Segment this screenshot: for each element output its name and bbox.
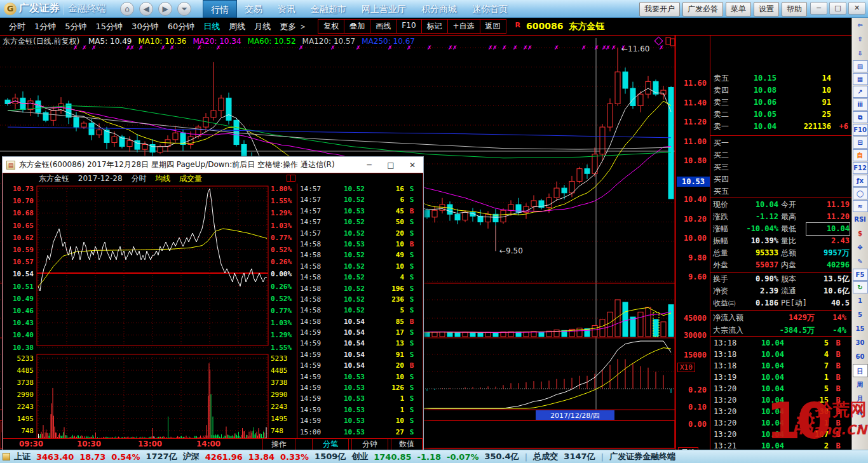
menu-item-迷你首页[interactable]: 迷你首页	[465, 0, 515, 18]
back-icon[interactable]: ◀	[139, 2, 153, 16]
menu-item-交易[interactable]: 交易	[237, 0, 270, 18]
trend-line-icon[interactable]: ↗	[853, 86, 868, 98]
ask-row-4[interactable]: 卖四10.0810	[710, 84, 852, 97]
zigzag-icon[interactable]: ≶	[853, 420, 868, 433]
multi-window-icon[interactable]: ⧉	[853, 111, 868, 123]
svg-text:3738: 3738	[271, 379, 288, 387]
tool-+自选[interactable]: +自选	[447, 19, 480, 34]
popup-tab-数值[interactable]: 数值	[391, 439, 423, 450]
period-15min[interactable]: 15	[853, 322, 868, 335]
titlebar-button-帮助[interactable]: 帮助	[782, 2, 807, 17]
tick-row[interactable]: 13:1810.044B	[710, 349, 852, 360]
tick-row[interactable]: 13:2010.0415B	[710, 394, 852, 406]
tool-标记[interactable]: 标记	[421, 19, 448, 34]
period-tab-月线[interactable]: 月线	[254, 21, 271, 32]
ask-row-2[interactable]: 卖二10.0525	[710, 109, 852, 121]
tool-F10[interactable]: F10	[396, 19, 421, 34]
period-1min[interactable]: 1	[853, 294, 868, 307]
menu-item-积分商城[interactable]: 积分商城	[414, 0, 465, 18]
period-day[interactable]: 日	[853, 364, 868, 377]
period-tab-分时[interactable]: 分时	[9, 21, 25, 32]
menu-item-金融超市[interactable]: 金融超市	[303, 0, 354, 18]
tick-row[interactable]: 13:2010.0430B	[710, 406, 852, 417]
bid-row-4[interactable]: 买四	[710, 173, 852, 185]
popup-tab-分钟[interactable]: 分钟	[351, 439, 388, 450]
bid-row-1[interactable]: 买一	[710, 137, 852, 149]
money-icon[interactable]: $	[853, 227, 868, 240]
bid-row-2[interactable]: 买二	[710, 149, 852, 161]
f10-icon[interactable]: F10	[853, 124, 868, 136]
function-icon[interactable]: ƒx	[853, 175, 868, 187]
period-tab-15分钟[interactable]: 15分钟	[96, 21, 123, 32]
report-icon[interactable]: ▤	[853, 60, 868, 72]
draw-icon[interactable]: ✎	[853, 255, 868, 268]
popup-tab-分笔[interactable]: 分笔	[312, 439, 349, 450]
menu-item-网上营业厅[interactable]: 网上营业厅	[354, 0, 414, 18]
period-tab-周线[interactable]: 周线	[229, 21, 245, 32]
period-n[interactable]: N	[853, 406, 868, 419]
rsi-icon[interactable]: RSI	[853, 213, 868, 226]
menu-item-资讯[interactable]: 资讯	[270, 0, 303, 18]
tool-叠加[interactable]: 叠加	[344, 19, 370, 34]
scroll-up-icon[interactable]: ⇧	[853, 32, 868, 46]
period-5min[interactable]: 5	[853, 308, 868, 321]
period-month[interactable]: 月	[853, 392, 868, 405]
structure-icon[interactable]: ⊟	[853, 137, 868, 149]
refresh-icon[interactable]: ↻	[853, 281, 868, 293]
period-tab-日线[interactable]: 日线	[203, 21, 220, 32]
minute-chart[interactable]: 10.731.80%10.701.55%10.681.29%10.651.03%…	[3, 184, 295, 438]
period-tab-5分钟[interactable]: 5分钟	[65, 21, 86, 32]
popup-title-bar[interactable]: ▤ 东方金钰(600086) 2017年12月28日 星期四 PageUp/Do…	[3, 157, 423, 173]
tick-row[interactable]: 13:1810.047B	[710, 360, 852, 372]
tool-返回[interactable]: 返回	[480, 19, 506, 34]
popup-trade-list[interactable]: 14:5710.5216S14:5710.526S14:5710.5345B14…	[297, 184, 423, 438]
maximize-button[interactable]: □	[829, 2, 846, 15]
period-tab-60分钟[interactable]: 60分钟	[168, 21, 195, 32]
f12-icon[interactable]: F12	[853, 162, 868, 174]
home-icon[interactable]: ⌂	[120, 2, 134, 16]
move-icon[interactable]: ✥	[853, 241, 868, 254]
tick-row[interactable]: 13:2010.041B	[710, 417, 852, 429]
period-tab-1分钟[interactable]: 1分钟	[34, 21, 56, 32]
titlebar-button-设置[interactable]: 设置	[754, 2, 779, 17]
volume-tick-0: 45000	[676, 314, 707, 323]
period-tab-30分钟[interactable]: 30分钟	[132, 21, 159, 32]
period-60min[interactable]: 60	[853, 350, 868, 363]
forward-icon[interactable]: ▶	[158, 2, 172, 16]
period-30min[interactable]: 30	[853, 336, 868, 349]
close-button[interactable]: ✕	[848, 2, 865, 15]
quote-grid-icon[interactable]: ▦	[853, 73, 868, 85]
scroll-down-icon[interactable]: ⇩	[853, 46, 868, 60]
titlebar-button-菜单[interactable]: 菜单	[726, 2, 751, 17]
menu-item-行情[interactable]: 行情	[203, 0, 237, 18]
back-icon[interactable]: ⇦	[853, 18, 868, 32]
tick-row[interactable]: 13:1910.041B	[710, 372, 852, 383]
ask-row-1[interactable]: 卖一10.04221136+6	[710, 121, 852, 133]
ask-row-5[interactable]: 卖五10.1514	[710, 72, 852, 84]
titlebar-button-我要开户[interactable]: 我要开户	[639, 2, 680, 17]
popup-minimize-button[interactable]: ─	[358, 161, 380, 170]
dual-window-icon[interactable]	[287, 175, 295, 182]
f5-icon[interactable]: F5	[853, 269, 868, 281]
popup-maximize-button[interactable]: □	[380, 161, 402, 170]
popup-tab-操作[interactable]: 操作	[262, 439, 295, 450]
period-week[interactable]: 周	[853, 378, 868, 391]
tick-row[interactable]: 13:2010.04107B	[710, 429, 852, 440]
bid-row-5[interactable]: 买五	[710, 185, 852, 198]
tick-row[interactable]: 13:1810.045B	[710, 337, 852, 349]
kline-icon[interactable]: ⅲ	[853, 98, 868, 111]
circle-icon[interactable]: ◯	[853, 187, 868, 199]
period-tab-更多 ＞[interactable]: 更多 ＞	[280, 21, 307, 32]
tick-row[interactable]: 13:2010.045B	[710, 383, 852, 394]
tool-画线[interactable]: 画线	[370, 19, 397, 34]
minimize-button[interactable]: ─	[810, 2, 827, 15]
custom-icon[interactable]: 自	[853, 149, 868, 161]
titlebar-button-广发必答[interactable]: 广发必答	[682, 2, 723, 17]
ask-row-3[interactable]: 卖三10.0691	[710, 97, 852, 109]
wave-icon[interactable]: ≈	[853, 200, 868, 212]
popup-close-button[interactable]: ✕	[402, 161, 423, 170]
tool-复权[interactable]: 复权	[318, 19, 344, 34]
minute-popup-window[interactable]: ▤ 东方金钰(600086) 2017年12月28日 星期四 PageUp/Do…	[2, 156, 424, 451]
expand-down-icon[interactable]: ⏷	[177, 2, 191, 16]
bid-row-3[interactable]: 买三	[710, 161, 852, 173]
